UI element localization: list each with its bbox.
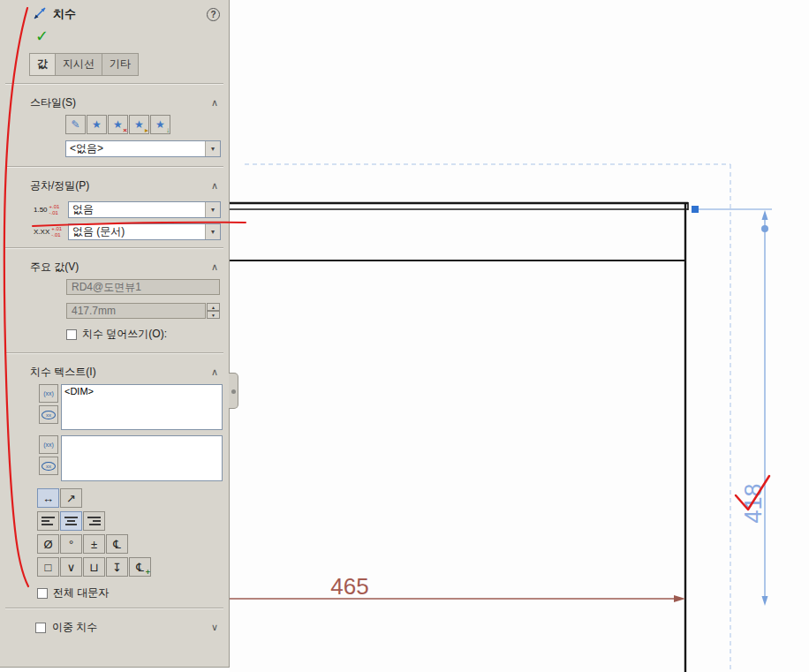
collapse-chevron-icon[interactable]: ∧: [211, 366, 218, 378]
style-section-header[interactable]: 스타일(S) ∧: [0, 92, 229, 113]
all-caps-label: 전체 대문자: [53, 585, 109, 600]
dim-465-arrow-right[interactable]: [674, 595, 685, 602]
dimension-text-section-header[interactable]: 치수 텍스트(I) ∧: [0, 361, 229, 382]
center-dimension-text-button[interactable]: ↔: [37, 488, 59, 508]
countersink-symbol-button[interactable]: ∨: [60, 557, 82, 577]
section-divider: [5, 166, 223, 168]
primary-value-section-header[interactable]: 주요 값(V) ∧: [0, 256, 229, 277]
dim-418-arrow-bottom[interactable]: [762, 596, 768, 606]
depth-symbol-button[interactable]: ↧: [106, 557, 128, 577]
align-right-button[interactable]: [83, 511, 105, 531]
section-divider: [5, 352, 223, 354]
align-left-button[interactable]: [37, 511, 59, 531]
dual-dimension-section-header[interactable]: 이중 치수 ∨: [0, 616, 229, 638]
primary-value-section-title: 주요 값(V): [30, 260, 79, 275]
add-style-button[interactable]: ★: [87, 115, 107, 134]
degree-icon: °: [69, 538, 73, 551]
expand-chevron-icon[interactable]: ∨: [211, 622, 218, 633]
align-center-button[interactable]: [60, 511, 82, 531]
counterbore-symbol-button[interactable]: ⊔: [83, 557, 105, 577]
load-style-button[interactable]: ★▸: [129, 115, 149, 134]
slant-dimension-text-button[interactable]: ↗: [60, 488, 82, 508]
dimension-value-field: 417.7mm: [66, 303, 206, 319]
style-favorites-toolbar: ✎ ★ ★× ★▸ ★↓: [65, 115, 221, 134]
panel-title: 치수: [53, 6, 76, 22]
align-center-icon: [64, 517, 78, 525]
dual-dimension-checkbox[interactable]: [35, 623, 46, 633]
drawing-canvas[interactable]: 418 465: [230, 0, 809, 672]
value-spinner: ▲ ▼: [207, 303, 220, 319]
dim-418-attach-handle[interactable]: [692, 206, 699, 213]
precision-dropdown[interactable]: 없음 (문서) ▾: [68, 223, 221, 240]
vertical-dimension-text[interactable]: 418: [740, 483, 767, 523]
align-left-icon: [42, 517, 55, 525]
tab-leader[interactable]: 지시선: [55, 53, 102, 76]
inspection-icon: xx: [42, 462, 56, 471]
plus-minus-symbol-button[interactable]: ±: [83, 534, 105, 554]
star-icon: ★: [92, 118, 102, 131]
all-caps-checkbox[interactable]: [37, 588, 48, 599]
tab-value[interactable]: 값: [29, 53, 56, 76]
spinner-down-icon[interactable]: ▼: [207, 311, 220, 319]
tolerance-section-header[interactable]: 공차/정밀(P) ∧: [0, 175, 229, 196]
inspection-icon: xx: [42, 411, 56, 419]
dim-418-arrow-top[interactable]: [762, 210, 768, 220]
inspection-below-button[interactable]: xx: [39, 457, 58, 475]
horizontal-dimension-text[interactable]: 465: [330, 573, 368, 600]
precision-dropdown-value: 없음 (문서): [69, 224, 205, 239]
spinner-up-icon[interactable]: ▲: [207, 303, 220, 311]
add-parenthesis-below-button[interactable]: (xx): [39, 435, 58, 454]
property-manager-panel: 치수 ? ✓ 값 지시선 기타 스타일(S) ∧ ✎ ★ ★× ★▸ ★↓: [0, 0, 230, 668]
section-divider: [5, 247, 223, 249]
plus-minus-icon: ±: [91, 538, 97, 551]
slant-text-icon: ↗: [66, 492, 76, 505]
collapse-chevron-icon[interactable]: ∧: [211, 261, 218, 273]
star-icon: ★: [155, 118, 165, 131]
style-section-title: 스타일(S): [30, 95, 76, 110]
delete-style-button[interactable]: ★×: [108, 115, 128, 134]
centerline-symbol-button[interactable]: ℄: [106, 534, 128, 554]
degree-symbol-button[interactable]: °: [60, 534, 82, 554]
style-dropdown[interactable]: <없음> ▾: [65, 140, 221, 157]
dimension-icon: [32, 5, 48, 24]
save-style-button[interactable]: ★↓: [150, 115, 170, 134]
tolerance-section-title: 공차/정밀(P): [30, 178, 89, 193]
load-badge-icon: ▸: [145, 127, 148, 134]
dimension-text-below-input[interactable]: [61, 435, 223, 481]
splitter-dot-icon: [231, 389, 236, 394]
delete-badge-icon: ×: [123, 127, 127, 134]
more-symbols-icon: ℄: [136, 561, 143, 574]
help-icon[interactable]: ?: [207, 8, 220, 21]
dropdown-arrow-icon[interactable]: ▾: [205, 224, 220, 239]
panel-tabs: 값 지시선 기타: [30, 53, 229, 76]
depth-icon: ↧: [112, 561, 122, 574]
collapse-chevron-icon[interactable]: ∧: [211, 180, 218, 192]
more-symbols-button[interactable]: ℄+: [129, 557, 151, 577]
section-divider: [5, 608, 223, 609]
dual-dimension-label: 이중 치수: [52, 620, 97, 635]
add-parenthesis-button[interactable]: (xx): [39, 384, 58, 403]
collapse-chevron-icon[interactable]: ∧: [211, 97, 218, 109]
inspection-dimension-button[interactable]: xx: [39, 405, 58, 424]
dimension-text-section-title: 치수 텍스트(I): [30, 365, 96, 380]
panel-splitter-handle[interactable]: [229, 373, 238, 409]
dim-418-grip-handle[interactable]: [761, 225, 768, 232]
precision-icon: X.XX +.01-.01: [34, 226, 62, 238]
parenthesis-icon: (xx): [43, 442, 54, 448]
dimension-text-input[interactable]: <DIM>: [61, 384, 223, 430]
apply-default-style-button[interactable]: ✎: [65, 115, 86, 134]
dropdown-arrow-icon[interactable]: ▾: [205, 202, 220, 217]
counterbore-icon: ⊔: [89, 561, 98, 574]
ok-button[interactable]: ✓: [35, 27, 49, 45]
countersink-icon: ∨: [67, 561, 76, 574]
square-symbol-button[interactable]: □: [37, 557, 59, 577]
plus-badge-icon: +: [146, 569, 150, 577]
pencil-icon: ✎: [71, 118, 79, 131]
align-right-icon: [87, 517, 101, 525]
parenthesis-icon: (xx): [43, 390, 54, 396]
override-value-checkbox[interactable]: [66, 329, 77, 340]
tolerance-dropdown[interactable]: 없음 ▾: [68, 201, 221, 218]
dropdown-arrow-icon[interactable]: ▾: [205, 141, 220, 156]
tab-other[interactable]: 기타: [102, 53, 139, 76]
diameter-symbol-button[interactable]: Ø: [37, 534, 59, 554]
